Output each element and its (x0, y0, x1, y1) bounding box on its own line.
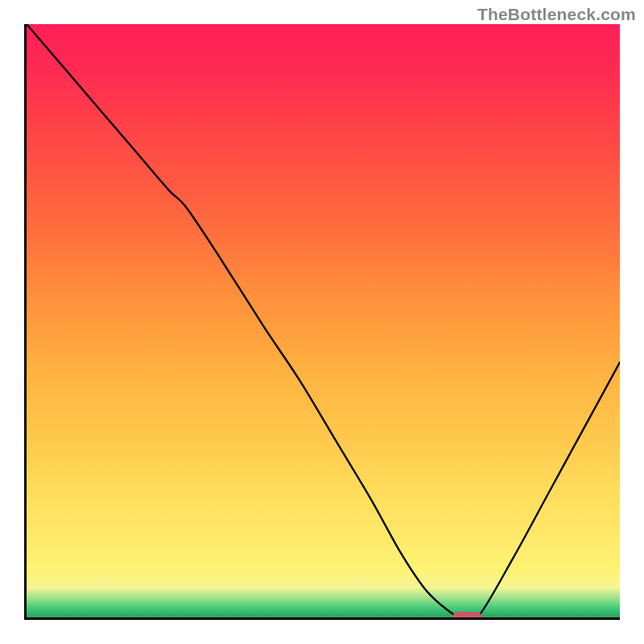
data-curve (27, 24, 620, 617)
chart-container: TheBottleneck.com (0, 0, 644, 644)
watermark-text: TheBottleneck.com (477, 5, 636, 24)
plot-area (24, 24, 620, 620)
optimum-marker (452, 612, 482, 620)
